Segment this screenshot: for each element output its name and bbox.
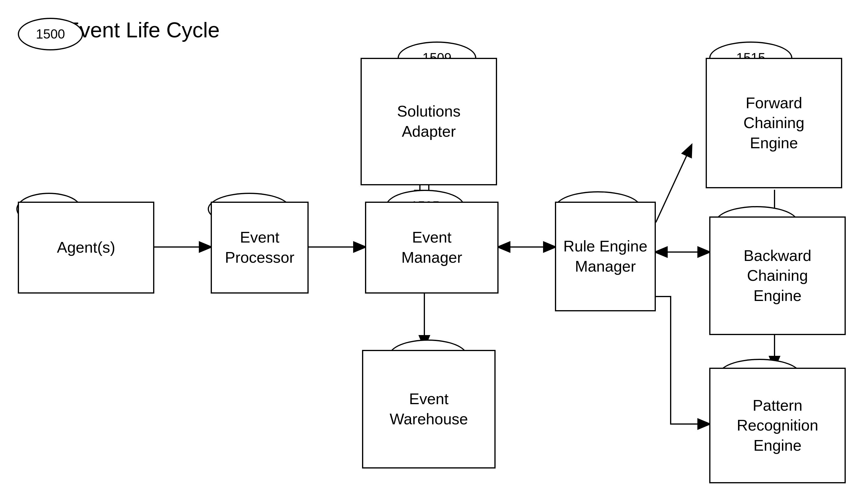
svg-line-6 [656, 145, 691, 222]
box-solutions-adapter: Solutions Adapter [361, 58, 497, 185]
page-title: Event Life Cycle [65, 18, 220, 42]
box-backward-chaining-engine: Backward Chaining Engine [709, 216, 846, 335]
box-event-processor: Event Processor [211, 202, 309, 293]
box-event-warehouse: Event Warehouse [362, 350, 496, 469]
box-event-manager: Event Manager [365, 202, 499, 293]
box-agents: Agent(s) [18, 202, 154, 293]
box-rule-engine-manager: Rule Engine Manager [555, 202, 656, 311]
diagram-container: Event Life Cycle [0, 0, 868, 494]
box-forward-chaining-engine: Forward Chaining Engine [706, 58, 842, 188]
ellipse-1500: 1500 [18, 18, 83, 51]
box-pattern-recognition-engine: Pattern Recognition Engine [709, 368, 846, 483]
